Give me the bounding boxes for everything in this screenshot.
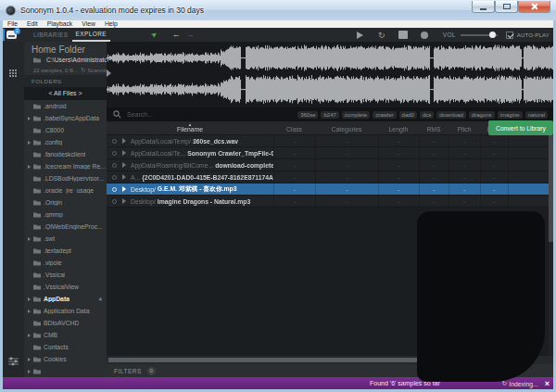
file-row[interactable]: AppData/Local/Te... Sononym Crawler_TmpF… (107, 147, 549, 159)
folder-item[interactable]: .Origin (24, 196, 107, 209)
waveform-display[interactable] (107, 42, 553, 107)
autoplay-checkbox[interactable] (506, 32, 513, 39)
select-circle-icon[interactable] (112, 175, 117, 180)
select-circle-icon[interactable] (112, 163, 117, 168)
file-row[interactable]: Desktop/ Imagine Dragons - Natural.mp3 -… (107, 196, 549, 208)
column-header-class[interactable]: Class (273, 121, 315, 134)
menu-item[interactable]: View (77, 20, 100, 28)
folder-item[interactable]: Application Data (24, 305, 107, 317)
folder-item[interactable] (24, 365, 107, 377)
record-button[interactable] (417, 30, 432, 41)
search-tag[interactable]: complete (342, 111, 370, 119)
row-play-icon[interactable] (122, 162, 126, 168)
file-row[interactable]: A... {2C0D4201-DAD0-415E-B247-8162E87117… (107, 171, 549, 183)
folder-item[interactable]: .oracle_jre_usage (24, 184, 107, 196)
folder-name: Cookies (44, 356, 67, 362)
folder-item[interactable]: .C8000 (24, 124, 107, 136)
library-logo-icon[interactable]: 2 (6, 30, 19, 40)
expander-icon[interactable] (28, 310, 31, 313)
select-circle-icon[interactable] (112, 199, 117, 204)
view-tab[interactable]: EXPLORE (72, 28, 111, 42)
root-folder-row[interactable]: C:\Users\Administrator (24, 55, 107, 65)
folder-name: Contacts (44, 344, 69, 350)
menu-item[interactable]: File (3, 20, 22, 28)
convert-to-library-button[interactable]: Convert to Library (488, 120, 553, 135)
expander-icon[interactable] (28, 165, 31, 169)
volume-slider[interactable] (461, 30, 498, 41)
folder-item[interactable]: Contacts (24, 341, 107, 353)
row-play-icon[interactable] (122, 138, 126, 144)
back-icon[interactable]: ← (172, 28, 181, 42)
maximize-button[interactable] (495, 1, 518, 13)
column-header-filename[interactable]: ▴ Filename (107, 121, 273, 134)
search-tag[interactable]: b247 (321, 111, 338, 119)
all-files-item[interactable]: < All Files > (24, 87, 107, 100)
search-tag[interactable]: natural (525, 111, 548, 119)
row-play-icon[interactable] (122, 174, 126, 180)
folder-item[interactable]: .LDSBodHypervisor... (24, 172, 107, 184)
expander-icon[interactable] (28, 141, 31, 145)
menu-item[interactable]: Help (100, 20, 122, 28)
folder-item[interactable]: .config (24, 136, 107, 148)
file-row[interactable]: AppData/Roaming/BitCome... download-comp… (107, 159, 549, 171)
row-play-icon[interactable] (122, 150, 126, 156)
play-button[interactable] (353, 30, 368, 41)
menu-item[interactable]: Playback (43, 20, 78, 28)
settings-sliders-icon[interactable] (8, 353, 19, 370)
expander-icon[interactable] (28, 297, 31, 301)
forward-icon[interactable]: → (186, 28, 195, 42)
grid-view-icon[interactable] (9, 70, 18, 78)
column-header-length[interactable]: Length (378, 121, 419, 134)
loop-button[interactable]: ↻ (374, 30, 389, 41)
stop-button[interactable] (396, 30, 411, 41)
folder-item[interactable]: CMB (24, 329, 107, 341)
search-tag[interactable]: 360se (297, 111, 318, 119)
row-play-icon[interactable] (122, 186, 126, 192)
expander-icon[interactable] (28, 237, 31, 241)
folder-item[interactable]: .Vssical (24, 269, 107, 281)
search-tag[interactable]: download (436, 111, 466, 119)
search-tag[interactable]: dragons (469, 111, 495, 119)
search-tag[interactable]: imagine (498, 111, 523, 119)
folder-item[interactable]: .QtWebEngineProc... (24, 221, 107, 233)
vertical-scrollbar-thumb[interactable] (549, 135, 553, 242)
minimize-button[interactable] (472, 1, 495, 13)
expander-icon[interactable] (28, 370, 31, 373)
close-button[interactable] (518, 1, 550, 13)
volume-knob[interactable] (489, 32, 496, 38)
select-circle-icon[interactable] (112, 151, 117, 156)
folder-item[interactable]: .fanodeskclient (24, 148, 107, 160)
search-tag[interactable]: crawler (373, 111, 396, 119)
select-circle-icon[interactable] (112, 139, 117, 144)
folder-item[interactable]: .qmmp (24, 209, 107, 221)
file-row[interactable]: AppData/Local/Temp/ 360se_dcs.wav - - - … (107, 135, 549, 147)
folder-item[interactable]: .vipole (24, 257, 107, 269)
locate-pointer-icon[interactable]: ➤ (149, 30, 159, 40)
folder-item[interactable]: .swt (24, 233, 107, 245)
expander-icon[interactable] (28, 334, 31, 337)
search-input[interactable] (125, 110, 264, 119)
folder-item[interactable]: AppData 4 (24, 293, 107, 305)
column-header-categories[interactable]: Categories (315, 121, 378, 134)
view-tab[interactable]: LIBRARIES (30, 28, 72, 42)
horizontal-scrollbar-thumb[interactable] (108, 358, 423, 362)
folder-item[interactable]: .textadept (24, 245, 107, 257)
folder-item[interactable]: .android (24, 100, 107, 112)
row-play-icon[interactable] (122, 198, 126, 204)
expander-icon[interactable] (28, 358, 31, 361)
folder-item[interactable]: BDtoAVCHD (24, 317, 107, 329)
status-close-icon[interactable]: × (545, 379, 550, 388)
folder-item[interactable]: .Icecream Image Re... (24, 160, 107, 172)
expander-icon[interactable] (28, 117, 31, 120)
folder-item[interactable]: .VssicalView (24, 281, 107, 293)
column-header-rms[interactable]: RMS (419, 121, 449, 134)
search-tag[interactable]: dcs (420, 111, 434, 119)
file-row[interactable]: Desktop/ G.E.M. 邓紫棋 - 喜欢你.mp3 - - - - - … (107, 183, 549, 196)
folder-item[interactable]: .babelSyncAppData (24, 112, 107, 124)
select-circle-icon[interactable] (112, 187, 117, 192)
menu-item[interactable]: Edit (22, 20, 43, 28)
column-header-pitch[interactable]: Pitch (449, 121, 480, 134)
application-window: Sononym 1.0.4 - evaluation mode expires … (0, 0, 556, 392)
search-tag[interactable]: dad0 (399, 111, 417, 119)
folder-item[interactable]: Cookies (24, 353, 107, 365)
